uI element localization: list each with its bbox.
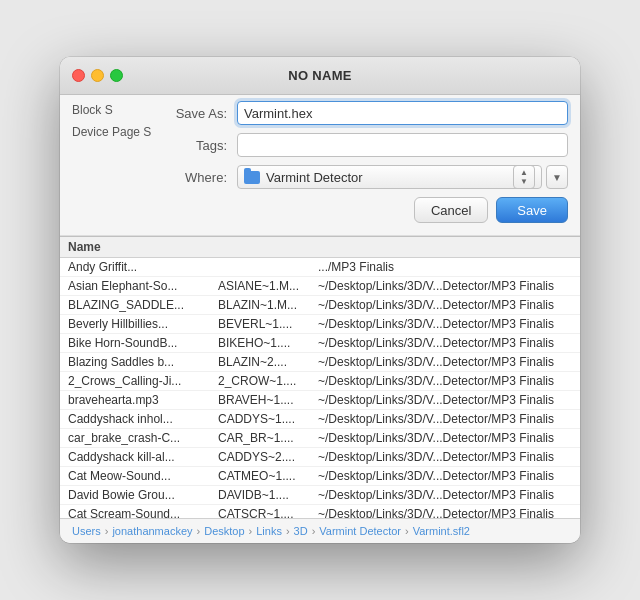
file-row[interactable]: BLAZING_SADDLE... BLAZIN~1.M... ~/Deskto… [60,296,580,315]
where-arrows[interactable]: ▲▼ [513,165,535,189]
file-row[interactable]: Asian Elephant-So... ASIANE~1.M... ~/Des… [60,277,580,296]
file-name: bravehearta.mp3 [68,393,218,407]
window-title: NO NAME [288,68,352,83]
minimize-button[interactable] [91,69,104,82]
file-row[interactable]: Beverly Hillbillies... BEVERL~1.... ~/De… [60,315,580,334]
file-list: Andy Griffit... .../MP3 Finalis Asian El… [60,258,580,518]
file-short: CATSCR~1.... [218,507,318,518]
file-path: ~/Desktop/Links/3D/V...Detector/MP3 Fina… [318,336,572,350]
file-path: ~/Desktop/Links/3D/V...Detector/MP3 Fina… [318,412,572,426]
traffic-lights [72,69,123,82]
file-short: CAR_BR~1.... [218,431,318,445]
where-row: Where: Varmint Detector ▲▼ ▼ [152,165,568,189]
file-path: ~/Desktop/Links/3D/V...Detector/MP3 Fina… [318,488,572,502]
file-name: Caddyshack kill-al... [68,450,218,464]
tags-row: Tags: [152,133,568,157]
title-bar: NO NAME [60,57,580,95]
column-headers: Name [60,237,580,258]
breadcrumb-item[interactable]: Links [256,525,282,537]
file-path: ~/Desktop/Links/3D/V...Detector/MP3 Fina… [318,279,572,293]
file-path: ~/Desktop/Links/3D/V...Detector/MP3 Fina… [318,450,572,464]
file-name: Andy Griffit... [68,260,218,274]
breadcrumb-separator: › [249,525,253,537]
col-name: Name [68,240,218,254]
cancel-button[interactable]: Cancel [414,197,488,223]
file-row[interactable]: David Bowie Grou... DAVIDB~1.... ~/Deskt… [60,486,580,505]
expand-button[interactable]: ▼ [546,165,568,189]
folder-icon [244,171,260,184]
tags-label: Tags: [152,138,237,153]
save-button[interactable]: Save [496,197,568,223]
breadcrumb-item[interactable]: Desktop [204,525,244,537]
maximize-button[interactable] [110,69,123,82]
file-path: ~/Desktop/Links/3D/V...Detector/MP3 Fina… [318,374,572,388]
file-path: ~/Desktop/Links/3D/V...Detector/MP3 Fina… [318,431,572,445]
file-row[interactable]: 2_Crows_Calling-Ji... 2_CROW~1.... ~/Des… [60,372,580,391]
file-short: CATMEO~1.... [218,469,318,483]
file-name: David Bowie Grou... [68,488,218,502]
file-short: BLAZIN~2.... [218,355,318,369]
file-list-container: Name Andy Griffit... .../MP3 Finalis Asi… [60,236,580,518]
breadcrumb-item[interactable]: Varmint.sfl2 [413,525,470,537]
file-row[interactable]: Cat Scream-Sound... CATSCR~1.... ~/Deskt… [60,505,580,518]
file-name: Beverly Hillbillies... [68,317,218,331]
breadcrumb-separator: › [105,525,109,537]
file-short: BIKEHO~1.... [218,336,318,350]
file-short: BEVERL~1.... [218,317,318,331]
dialog-window: NO NAME Block S Device Page S Save As: T… [60,57,580,543]
file-row[interactable]: Caddyshack kill-al... CADDYS~2.... ~/Des… [60,448,580,467]
file-row[interactable]: bravehearta.mp3 BRAVEH~1.... ~/Desktop/L… [60,391,580,410]
breadcrumb-separator: › [405,525,409,537]
file-short: BRAVEH~1.... [218,393,318,407]
file-name: Caddyshack inhol... [68,412,218,426]
file-row[interactable]: Bike Horn-SoundB... BIKEHO~1.... ~/Deskt… [60,334,580,353]
breadcrumb-item[interactable]: jonathanmackey [112,525,192,537]
file-path: ~/Desktop/Links/3D/V...Detector/MP3 Fina… [318,298,572,312]
file-short: BLAZIN~1.M... [218,298,318,312]
file-name: Asian Elephant-So... [68,279,218,293]
file-row[interactable]: Blazing Saddles b... BLAZIN~2.... ~/Desk… [60,353,580,372]
device-page-label: Device Page S [72,125,152,139]
file-name: 2_Crows_Calling-Ji... [68,374,218,388]
col-short [218,240,318,254]
file-path: .../MP3 Finalis [318,260,572,274]
where-container: Varmint Detector ▲▼ ▼ [237,165,568,189]
file-name: car_brake_crash-C... [68,431,218,445]
file-path: ~/Desktop/Links/3D/V...Detector/MP3 Fina… [318,469,572,483]
close-button[interactable] [72,69,85,82]
where-label: Where: [152,170,237,185]
breadcrumb-item[interactable]: Users [72,525,101,537]
save-as-label: Save As: [152,106,237,121]
button-row: Cancel Save [152,197,568,227]
file-short: CADDYS~1.... [218,412,318,426]
file-short: 2_CROW~1.... [218,374,318,388]
file-name: Bike Horn-SoundB... [68,336,218,350]
breadcrumb-separator: › [312,525,316,537]
col-path [318,240,572,254]
file-row[interactable]: Cat Meow-Sound... CATMEO~1.... ~/Desktop… [60,467,580,486]
file-short: CADDYS~2.... [218,450,318,464]
save-as-input[interactable] [237,101,568,125]
file-row[interactable]: Andy Griffit... .../MP3 Finalis [60,258,580,277]
breadcrumb-item[interactable]: 3D [294,525,308,537]
file-name: Cat Meow-Sound... [68,469,218,483]
file-path: ~/Desktop/Links/3D/V...Detector/MP3 Fina… [318,317,572,331]
breadcrumb-bar: Users›jonathanmackey›Desktop›Links›3D›Va… [60,518,580,543]
where-value: Varmint Detector [266,170,507,185]
file-path: ~/Desktop/Links/3D/V...Detector/MP3 Fina… [318,507,572,518]
breadcrumb-separator: › [286,525,290,537]
tags-input[interactable] [237,133,568,157]
file-path: ~/Desktop/Links/3D/V...Detector/MP3 Fina… [318,355,572,369]
breadcrumb-separator: › [197,525,201,537]
file-short: ASIANE~1.M... [218,279,318,293]
file-name: Blazing Saddles b... [68,355,218,369]
where-select[interactable]: Varmint Detector ▲▼ [237,165,542,189]
breadcrumb-item[interactable]: Varmint Detector [319,525,401,537]
file-name: BLAZING_SADDLE... [68,298,218,312]
block-size-label: Block S [72,103,152,117]
file-name: Cat Scream-Sound... [68,507,218,518]
save-as-row: Save As: [152,101,568,125]
file-row[interactable]: Caddyshack inhol... CADDYS~1.... ~/Deskt… [60,410,580,429]
file-path: ~/Desktop/Links/3D/V...Detector/MP3 Fina… [318,393,572,407]
file-row[interactable]: car_brake_crash-C... CAR_BR~1.... ~/Desk… [60,429,580,448]
